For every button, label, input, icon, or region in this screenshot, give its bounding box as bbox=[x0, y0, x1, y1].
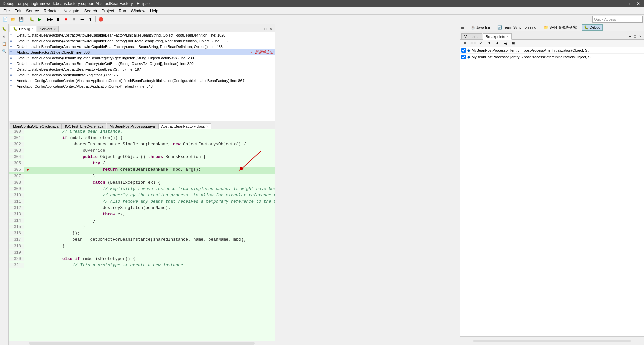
breakpoint-btn[interactable]: 🔴 bbox=[97, 16, 104, 23]
tab-mainconfiglifecycle[interactable]: MainConfigOfLifeCycle.java bbox=[10, 123, 62, 129]
editor-hscroll[interactable] bbox=[9, 341, 275, 345]
left-icon-3[interactable]: 📋 bbox=[1, 40, 8, 47]
stack-icon: ≡ bbox=[10, 33, 15, 37]
menu-project[interactable]: Project bbox=[100, 8, 116, 14]
stack-text: DefaultListableBeanFactory(AbstractBeanF… bbox=[17, 67, 273, 71]
step-return-btn[interactable]: ⬆ bbox=[87, 16, 94, 23]
line-num-319: 319 bbox=[9, 250, 24, 255]
bp-skip-btn[interactable]: ⏭ bbox=[501, 40, 509, 47]
perspective-javaee[interactable]: ☕ Java EE bbox=[468, 24, 492, 31]
tab-debug[interactable]: 🐛 Debug × bbox=[10, 26, 36, 32]
bp-row-2[interactable]: ◆ MyBeanPostProcessor [entry] - postProc… bbox=[460, 54, 644, 60]
tab-variables[interactable]: Variables bbox=[461, 33, 482, 39]
quick-access[interactable]: Quick Access bbox=[592, 16, 643, 23]
bp-icon-2: ◆ bbox=[467, 55, 470, 59]
menu-edit[interactable]: Edit bbox=[12, 8, 23, 14]
bp-remove-btn[interactable]: ✕ bbox=[461, 40, 469, 47]
minimize-button[interactable]: ─ bbox=[621, 1, 626, 6]
menu-refactor[interactable]: Refactor bbox=[42, 8, 61, 14]
menu-search[interactable]: Search bbox=[82, 8, 99, 14]
stack-row[interactable]: ≡ DefaultListableBeanFactory(AbstractBea… bbox=[9, 61, 275, 66]
suspend-btn[interactable]: ⏸ bbox=[54, 16, 62, 23]
menu-window[interactable]: Window bbox=[129, 8, 147, 14]
tab-breakpoints[interactable]: Breakpoints × bbox=[483, 33, 512, 40]
menu-help[interactable]: Help bbox=[148, 8, 160, 14]
stack-row[interactable]: ≡ AnnotationConfigApplicationContext(Abs… bbox=[9, 78, 275, 83]
line-num-312: 312 bbox=[9, 206, 24, 210]
maximize-button[interactable]: □ bbox=[628, 1, 633, 6]
bp-enable-btn[interactable]: ☑ bbox=[477, 40, 485, 47]
right-maximize[interactable]: □ bbox=[633, 34, 638, 39]
step-into-btn[interactable]: ⬇ bbox=[70, 16, 78, 23]
menu-source[interactable]: Source bbox=[24, 8, 41, 14]
stack-row[interactable]: ≡ DefaultListableBeanFactory(DefaultSing… bbox=[9, 55, 275, 61]
stack-row-selected[interactable]: ≡ AbstractBeanFactory$1.getObject() line… bbox=[9, 49, 275, 55]
code-view[interactable]: 300 // Create bean instance. 301 if (mbd… bbox=[9, 129, 275, 341]
tab-abstract-label: AbstractBeanFactory.class bbox=[161, 124, 205, 128]
tab-debug-close[interactable]: × bbox=[31, 27, 33, 31]
right-close[interactable]: × bbox=[638, 34, 643, 39]
tab-servers-close[interactable]: × bbox=[54, 27, 56, 31]
debug-stack[interactable]: ≡ DefaultListableBeanFactory(AbstractAut… bbox=[9, 32, 275, 121]
stack-row[interactable]: ≡ DefaultListableBeanFactory(AbstractAut… bbox=[9, 32, 275, 38]
debug-panel-minimize[interactable]: ─ bbox=[258, 26, 263, 32]
tab-mybeanpost[interactable]: MyBeanPostProcessor.java bbox=[107, 123, 158, 129]
tab-debug-icon: 🐛 bbox=[13, 27, 18, 31]
editor-minimize[interactable]: ─ bbox=[263, 124, 268, 129]
menu-file[interactable]: File bbox=[1, 8, 12, 14]
stack-row[interactable]: ≡ DefaultListableBeanFactory(AbstractBea… bbox=[9, 66, 275, 72]
tab-abstractbeanfactory[interactable]: AbstractBeanFactory.class × bbox=[158, 123, 211, 129]
editor-maximize[interactable]: □ bbox=[268, 124, 273, 129]
code-line-304: 304 public Object getObject() throws Bea… bbox=[9, 155, 275, 161]
left-icon-1[interactable]: 🐛 bbox=[1, 25, 8, 32]
stack-row[interactable]: ≡ AnnotationConfigApplicationContext(Abs… bbox=[9, 83, 275, 89]
bp-remove-all-btn[interactable]: ✕✕ bbox=[469, 40, 477, 47]
new-btn[interactable]: 📄 bbox=[1, 16, 9, 23]
code-line-307: 307 } bbox=[9, 174, 275, 180]
code-line-300: 300 // Create bean instance. bbox=[9, 129, 275, 136]
close-button[interactable]: ✕ bbox=[635, 1, 641, 6]
menu-run[interactable]: Run bbox=[117, 8, 128, 14]
line-num-302: 302 bbox=[9, 142, 24, 147]
terminate-btn[interactable]: ■ bbox=[62, 16, 70, 23]
tab-ioctest[interactable]: IOCTest_LifeCycle.java bbox=[62, 123, 106, 129]
tab-abstract-close[interactable]: × bbox=[206, 125, 208, 128]
code-line-308: 308 catch (BeansException ex) { bbox=[9, 180, 275, 187]
perspective-teamsync[interactable]: 🔄 Team Synchronizing bbox=[495, 24, 539, 31]
perspective-svn[interactable]: 📁 SVN 资源库研究 bbox=[541, 24, 579, 31]
stack-text: AnnotationConfigApplicationContext(Abstr… bbox=[17, 84, 273, 88]
bp-checkbox-2[interactable] bbox=[461, 55, 466, 59]
stack-icon: ≡ bbox=[10, 62, 15, 65]
breakpoints-list[interactable]: ◆ MyBeanPostProcessor [entry] - postProc… bbox=[460, 47, 644, 336]
line-content-302: sharedInstance = getSingleton(beanName, … bbox=[32, 142, 275, 147]
stack-row[interactable]: ≡ DefaultListableBeanFactory.preInstanti… bbox=[9, 72, 275, 78]
bp-checkbox-1[interactable] bbox=[461, 48, 466, 53]
tab-breakpoints-close[interactable]: × bbox=[506, 35, 508, 39]
step-over-btn[interactable]: ➡ bbox=[78, 16, 86, 23]
debug-panel-close[interactable]: × bbox=[268, 26, 273, 32]
bp-import-btn[interactable]: ⬇ bbox=[493, 40, 501, 47]
right-minimize[interactable]: ─ bbox=[627, 34, 632, 39]
run-btn[interactable]: ▶ bbox=[36, 16, 43, 23]
resume-btn[interactable]: ▶▶ bbox=[46, 16, 54, 23]
stack-text: DefaultListableBeanFactory(AbstractAutow… bbox=[17, 33, 273, 37]
stack-row[interactable]: ≡ DefaultListableBeanFactory(AbstractAut… bbox=[9, 38, 275, 44]
bp-expand-btn[interactable]: ⊞ bbox=[509, 40, 517, 47]
stack-icon: ≡ bbox=[10, 56, 15, 60]
debug-btn[interactable]: 🐛 bbox=[28, 16, 35, 23]
debug-panel-maximize[interactable]: □ bbox=[263, 26, 268, 32]
stack-icon-selected: ≡ bbox=[10, 50, 15, 54]
perspective-debug[interactable]: 🐛 Debug bbox=[582, 24, 603, 31]
right-panel: Variables Breakpoints × ─ □ × ✕ ✕✕ ☑ ⬆ ⬇… bbox=[460, 24, 644, 345]
bp-row-1[interactable]: ◆ MyBeanPostProcessor [entry] - postProc… bbox=[460, 47, 644, 54]
line-content-320: else if (mbd.isPrototype()) { bbox=[32, 257, 275, 261]
tab-servers[interactable]: Servers × bbox=[37, 26, 59, 32]
stack-text: DefaultListableBeanFactory.preInstantiat… bbox=[17, 73, 273, 77]
save-btn[interactable]: 💾 bbox=[17, 16, 25, 23]
bp-export-btn[interactable]: ⬆ bbox=[485, 40, 493, 47]
open-btn[interactable]: 📂 bbox=[9, 16, 17, 23]
left-icon-4[interactable]: 🔍 bbox=[1, 48, 8, 54]
stack-row[interactable]: ≡ DefaultListableBeanFactory(AbstractAut… bbox=[9, 44, 275, 49]
left-icon-2[interactable]: ⚙ bbox=[1, 33, 8, 40]
menu-navigate[interactable]: Navigate bbox=[61, 8, 81, 14]
